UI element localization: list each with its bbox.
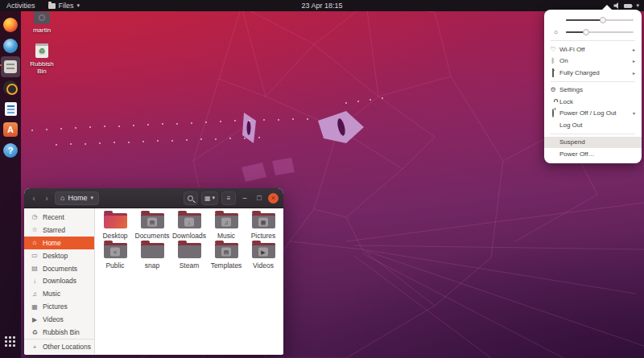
folder-label: Templates: [208, 261, 245, 270]
folder-emblem: ↓: [184, 218, 194, 227]
sidebar-item-rubbish-bin[interactable]: ♻Rubbish Bin: [24, 326, 94, 339]
sidebar-item-pictures[interactable]: ▦Pictures: [24, 300, 94, 313]
app-grid-icon: [5, 336, 7, 339]
trash-icon: ♻: [31, 329, 39, 336]
sidebar-item-videos[interactable]: ▶Videos: [24, 313, 94, 326]
sidebar-label: Music: [43, 290, 60, 298]
folder-item-documents[interactable]: ▤Documents: [134, 212, 171, 241]
sidebar-item-desktop[interactable]: ▭Desktop: [24, 249, 94, 262]
menu-item-label: Power Off / Log Out: [559, 109, 617, 117]
folder-emblem: ▤: [221, 248, 231, 257]
folder-icon: [141, 243, 164, 258]
menu-item-label: Wi-Fi Off: [559, 46, 584, 53]
chevron-down-icon: ▾: [636, 2, 639, 9]
folder-icon: <: [104, 243, 127, 258]
menu-item-power-off-log-out[interactable]: Power Off / Log Out ▾: [544, 108, 642, 120]
files-icon: [4, 60, 17, 73]
brightness-icon: ☼: [552, 28, 560, 35]
sidebar-label: Starred: [43, 226, 65, 234]
menu-item-battery[interactable]: Fully Charged ▸: [544, 67, 642, 79]
sidebar-item-starred[interactable]: ☆Starred: [24, 224, 94, 237]
menu-item-label: Log Out: [559, 121, 582, 129]
desktop-icon-label: martin: [26, 27, 58, 34]
folder-item-public[interactable]: <Public: [97, 241, 134, 271]
libreoffice-writer-icon: [5, 102, 17, 116]
file-grid: Desktop ▤Documents ↓Downloads ♫Music ▦Pi…: [95, 208, 283, 354]
activities-button[interactable]: Activities: [6, 2, 35, 10]
search-button[interactable]: [184, 191, 198, 205]
chevron-down-icon: ▾: [212, 195, 215, 201]
folder-icon: ▤: [215, 243, 238, 258]
close-button[interactable]: ×: [268, 193, 279, 204]
back-button[interactable]: ‹: [29, 191, 39, 204]
folder-emblem: <: [110, 248, 120, 257]
view-options-button[interactable]: ▦ ▾: [201, 191, 218, 205]
minimize-button[interactable]: –: [239, 194, 250, 202]
folder-item-pictures[interactable]: ▦Pictures: [245, 212, 282, 241]
sidebar-item-downloads[interactable]: ↓Downloads: [24, 275, 94, 288]
battery-icon: [552, 68, 554, 77]
app-menu-button[interactable]: Files ▾: [48, 2, 80, 10]
dock-item-files[interactable]: [1, 56, 20, 77]
gear-icon: ⚙: [549, 86, 557, 93]
forward-button[interactable]: ›: [42, 191, 52, 204]
dock-item-ubuntu-software[interactable]: A: [1, 119, 20, 140]
dock-item-thunderbird[interactable]: [1, 35, 20, 56]
search-icon: [188, 195, 193, 201]
thunderbird-icon: [3, 39, 18, 53]
folder-label: Downloads: [171, 232, 208, 240]
menu-item-label: Lock: [559, 98, 573, 105]
folder-icon: ▶: [252, 243, 275, 258]
menu-item-settings[interactable]: ⚙ Settings: [544, 84, 642, 97]
brightness-slider[interactable]: ☼: [544, 26, 642, 38]
sidebar-label: Rubbish Bin: [43, 328, 80, 336]
folder-emblem: ▤: [147, 218, 157, 227]
folder-item-templates[interactable]: ▤Templates: [208, 241, 245, 271]
folder-item-music[interactable]: ♫Music: [208, 212, 245, 241]
menu-item-suspend[interactable]: Suspend: [544, 137, 642, 149]
sidebar-item-other-locations[interactable]: +Other Locations: [24, 339, 94, 354]
chevron-down-icon: ▾: [77, 2, 80, 9]
menu-separator: [551, 81, 635, 82]
path-button[interactable]: ⌂ Home ▾: [55, 191, 99, 205]
folder-icon: [178, 243, 201, 258]
folder-item-videos[interactable]: ▶Videos: [245, 241, 282, 271]
sidebar-item-recent[interactable]: ◷Recent: [24, 211, 94, 224]
power-icon: [552, 109, 554, 117]
folder-item-steam[interactable]: Steam: [171, 241, 208, 271]
sidebar-item-home[interactable]: ⌂Home: [24, 237, 94, 249]
folder-label: Public: [97, 261, 134, 270]
volume-slider-handle[interactable]: [600, 17, 606, 23]
help-icon: ?: [3, 143, 18, 158]
sidebar-item-music[interactable]: ♫Music: [24, 287, 94, 300]
brightness-slider-handle[interactable]: [583, 29, 589, 35]
dock-item-firefox[interactable]: [1, 14, 20, 35]
app-menu-label: Files: [59, 2, 74, 10]
sidebar-label: Other Locations: [43, 343, 91, 351]
menu-button[interactable]: ≡: [221, 191, 236, 205]
show-applications-button[interactable]: [1, 335, 20, 353]
dock-item-rhythmbox[interactable]: [1, 77, 20, 98]
desktop-icon-rubbish-bin[interactable]: ♻ Rubbish Bin: [26, 43, 58, 75]
desktop-icon-home-folder[interactable]: martin: [26, 12, 58, 34]
menu-item-wifi[interactable]: ♡ Wi-Fi Off ▸: [544, 43, 642, 56]
volume-slider[interactable]: [544, 14, 642, 26]
menu-item-log-out[interactable]: Log Out: [544, 119, 642, 131]
menu-item-bluetooth[interactable]: ᛒ On ▸: [544, 56, 642, 68]
header-bar[interactable]: ‹ › ⌂ Home ▾ ▦ ▾ ≡ – □ ×: [24, 188, 283, 208]
dock-item-help[interactable]: ?: [1, 140, 20, 161]
sidebar-item-documents[interactable]: ▤Documents: [24, 262, 94, 275]
folder-icon: ▦: [252, 213, 275, 228]
chevron-down-icon: ▾: [633, 110, 635, 116]
dock-item-libreoffice-writer[interactable]: [1, 98, 20, 119]
folder-label: Steam: [171, 261, 208, 270]
menu-separator: [551, 134, 635, 134]
menu-item-label: On: [559, 57, 568, 64]
menu-item-power-off[interactable]: Power Off…: [544, 148, 642, 160]
folder-item-snap[interactable]: snap: [134, 241, 171, 271]
folder-item-downloads[interactable]: ↓Downloads: [171, 212, 208, 241]
folder-item-desktop[interactable]: Desktop: [97, 212, 134, 241]
menu-item-lock[interactable]: Lock: [544, 96, 642, 108]
maximize-button[interactable]: □: [254, 194, 265, 202]
clock[interactable]: 23 Apr 18:15: [301, 2, 342, 10]
